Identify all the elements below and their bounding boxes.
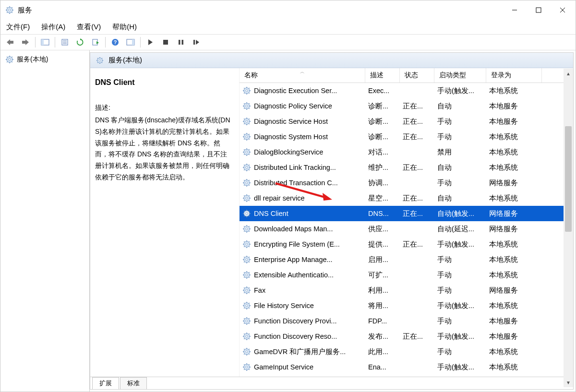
gear-icon [242,286,251,295]
service-row[interactable]: DialogBlockingService对话...禁用本地系统 [240,144,573,160]
nav-forward-button[interactable] [19,36,32,48]
service-row[interactable]: DNS ClientDNS...正在...自动(触发...网络服务 [240,206,573,221]
service-desc: 对话... [365,148,400,157]
service-name: GameInput Service [254,363,313,371]
svg-marker-15 [22,39,29,45]
help-button[interactable]: ? [108,36,122,48]
minimize-button[interactable] [503,1,527,19]
service-logon: 本地系统 [486,194,542,203]
service-row[interactable]: File History Service将用...手动(触发...本地系统 [240,298,573,313]
service-logon: 本地系统 [486,132,542,142]
sort-indicator-icon: ︿ [300,69,305,75]
service-startup: 手动 [434,286,486,295]
export-list-button[interactable] [89,36,102,48]
vertical-scrollbar[interactable]: ▲ ▼ [564,69,573,387]
stop-service-button[interactable] [159,36,172,48]
detail-pane: DNS Client 描述: DNS 客户端服务(dnscache)缓存域名系统… [90,68,239,377]
service-startup: 手动 [434,271,486,280]
column-header-logon[interactable]: 登录为 [486,68,542,83]
scroll-up-icon[interactable]: ▲ [564,69,573,78]
column-header-name[interactable]: 名称︿ [240,68,365,83]
gear-icon [242,102,251,110]
service-row[interactable]: Enterprise App Manage...启用...手动本地系统 [240,252,573,267]
tree-item-services-local[interactable]: 服务(本地) [2,53,87,66]
titlebar: 服务 [0,0,576,20]
menu-view[interactable]: 查看(V) [77,23,101,32]
gear-icon [242,255,251,264]
service-row[interactable]: Fax利用...手动网络服务 [240,283,573,298]
pause-service-button[interactable] [174,36,188,48]
gear-icon [242,132,251,141]
service-row[interactable]: Extensible Authenticatio...可扩...手动本地系统 [240,267,573,283]
menu-action[interactable]: 操作(A) [41,23,65,32]
column-header-state[interactable]: 状态 [400,68,434,83]
service-name: Function Discovery Provi... [254,317,336,325]
service-name: Diagnostic System Host [254,133,328,141]
menu-help[interactable]: 帮助(H) [112,23,137,32]
service-state: 正在... [400,194,434,203]
service-desc: 诊断... [365,117,400,126]
service-desc: 启用... [365,255,400,264]
nav-back-button[interactable] [3,36,17,48]
tab-extended[interactable]: 扩展 [92,377,119,389]
service-desc: 供应... [365,225,400,234]
service-logon: 本地系统 [486,301,542,310]
service-row[interactable]: Function Discovery Provi...FDP...手动本地服务 [240,313,573,329]
tab-standard[interactable]: 标准 [120,377,147,389]
start-service-button[interactable] [144,36,157,48]
service-row[interactable]: GameInput ServiceEna...手动(触发...本地系统 [240,359,573,375]
properties-button[interactable] [58,36,72,48]
refresh-button[interactable] [73,36,87,48]
close-button[interactable] [551,1,575,19]
column-header-startup[interactable]: 启动类型 [434,68,486,83]
service-row[interactable]: dll repair service星空...正在...自动本地系统 [240,190,573,206]
restart-service-button[interactable] [190,36,203,48]
service-desc: Exec... [365,87,400,95]
gear-icon [242,178,251,187]
service-desc: 星空... [365,194,400,203]
gear-icon [242,317,251,325]
service-logon: 本地系统 [486,86,542,95]
svg-rect-33 [193,40,195,45]
main-header: 服务(本地) [90,53,573,68]
service-logon: 网络服务 [486,286,542,295]
service-row[interactable]: Downloaded Maps Man...供应...自动(延迟...网络服务 [240,221,573,237]
service-logon: 本地系统 [486,255,542,264]
scroll-down-icon[interactable]: ▼ [564,378,573,387]
service-startup: 自动 [434,194,486,203]
svg-text:?: ? [114,39,117,45]
service-startup: 手动 [434,347,486,356]
show-hide-tree-button[interactable] [38,36,52,48]
service-row[interactable]: Distributed Transaction C...协调...手动网络服务 [240,175,573,190]
gear-icon [242,148,251,156]
service-name: Fax [254,286,265,294]
service-name: Encrypting File System (E... [254,240,340,248]
service-row[interactable]: Distributed Link Tracking...维护...正在...自动… [240,160,573,175]
service-name: DNS Client [254,210,288,217]
svg-marker-34 [196,40,199,45]
service-name: Downloaded Maps Man... [254,225,333,233]
service-logon: 本地系统 [486,163,542,172]
service-row[interactable]: Diagnostic Execution Ser...Exec...手动(触发.… [240,83,573,98]
menu-file[interactable]: 文件(F) [6,23,30,32]
service-row[interactable]: Diagnostic Service Host诊断...正在...手动本地服务 [240,114,573,129]
service-startup: 手动 [434,178,486,188]
service-row[interactable]: Diagnostic System Host诊断...正在...手动本地系统 [240,129,573,144]
service-desc: 诊断... [365,132,400,142]
column-header-description[interactable]: 描述 [365,68,400,83]
service-row[interactable]: GameDVR 和广播用户服务...此用...手动本地系统 [240,344,573,359]
service-name: File History Service [254,302,314,309]
service-desc: 提供... [365,240,400,249]
service-startup: 手动 [434,117,486,126]
action-pane-button[interactable] [124,36,137,48]
service-row[interactable]: Encrypting File System (E...提供...正在...手动… [240,237,573,252]
maximize-button[interactable] [527,1,551,19]
service-row[interactable]: Function Discovery Reso...发布...正在...手动(触… [240,329,573,344]
service-startup: 手动 [434,317,486,326]
service-name: Extensible Authenticatio... [254,271,334,279]
main-header-label: 服务(本地) [108,56,142,65]
scroll-thumb[interactable] [565,126,572,232]
service-row[interactable]: Diagnostic Policy Service诊断...正在...自动本地服… [240,98,573,114]
gear-icon [242,301,251,310]
view-tabs: 扩展 标准 [90,377,573,389]
